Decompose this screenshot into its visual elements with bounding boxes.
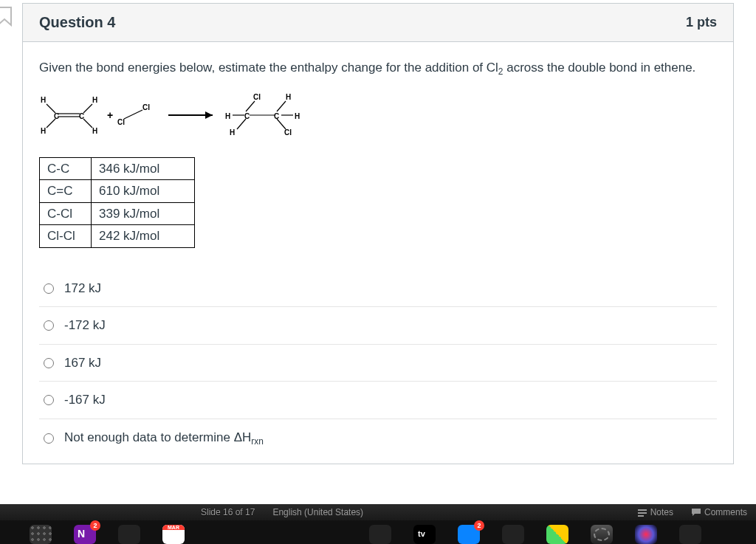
svg-rect-33: [638, 509, 647, 511]
dock-app-icon[interactable]: [118, 525, 140, 544]
svg-line-6: [47, 119, 55, 128]
table-row: Cl-Cl242 kJ/mol: [40, 225, 195, 248]
svg-rect-34: [638, 512, 647, 514]
dock-maps-icon[interactable]: [546, 525, 568, 544]
bond-cell: C-Cl: [40, 202, 92, 225]
svg-text:H: H: [295, 112, 300, 120]
table-row: C-C346 kJ/mol: [40, 157, 195, 180]
notes-button[interactable]: Notes: [637, 507, 673, 517]
presentation-statusbar: Slide 16 of 17 English (United States) N…: [0, 504, 756, 520]
dock-app-icon[interactable]: [679, 525, 701, 544]
badge-icon: 2: [474, 520, 484, 531]
svg-line-29: [277, 101, 286, 111]
dock-app-icon[interactable]: [369, 525, 391, 544]
answer-option[interactable]: -167 kJ: [39, 382, 717, 419]
dock-launchpad-icon[interactable]: [30, 525, 52, 544]
answer-option[interactable]: 172 kJ: [39, 270, 717, 308]
bond-table-body: C-C346 kJ/molC=C610 kJ/molC-Cl339 kJ/mol…: [40, 157, 195, 247]
svg-text:H: H: [92, 127, 97, 135]
badge-icon: 2: [90, 520, 100, 531]
dock-app-icon[interactable]: [502, 525, 524, 544]
answer-option[interactable]: 167 kJ: [39, 345, 717, 382]
svg-text:H: H: [92, 96, 97, 104]
svg-line-31: [277, 119, 286, 129]
question-body: Given the bond energies below, estimate …: [23, 42, 733, 464]
question-card: Question 4 1 pts Given the bond energies…: [22, 3, 734, 464]
dock-appstore-icon[interactable]: 2: [458, 525, 480, 544]
svg-line-23: [246, 101, 255, 111]
reaction-diagram: C C H H H H + Cl Cl: [39, 89, 717, 147]
table-row: C-Cl339 kJ/mol: [40, 202, 195, 225]
answer-option[interactable]: Not enough data to determine ΔHrxn: [39, 419, 717, 458]
comments-button[interactable]: Comments: [691, 507, 747, 517]
svg-text:H: H: [286, 93, 291, 101]
answer-radio[interactable]: [44, 358, 54, 368]
bond-energy-table: C-C346 kJ/molC=C610 kJ/molC-Cl339 kJ/mol…: [39, 157, 195, 248]
dock-onenote-icon[interactable]: 2: [74, 525, 96, 544]
svg-text:H: H: [41, 127, 46, 135]
svg-text:Cl: Cl: [253, 93, 261, 101]
svg-text:H: H: [230, 128, 235, 137]
answer-radio[interactable]: [44, 320, 54, 331]
svg-text:+: +: [107, 109, 113, 121]
svg-text:Cl: Cl: [142, 103, 150, 111]
macos-dock: 2 2: [0, 520, 756, 544]
answer-radio[interactable]: [44, 283, 54, 294]
answer-label: Not enough data to determine ΔHrxn: [64, 428, 264, 449]
energy-cell: 610 kJ/mol: [92, 180, 195, 203]
energy-cell: 242 kJ/mol: [92, 225, 195, 248]
dock-tv-icon[interactable]: [413, 525, 436, 544]
slide-counter: Slide 16 of 17: [201, 507, 255, 517]
answer-radio[interactable]: [44, 433, 54, 444]
svg-text:Cl: Cl: [117, 118, 125, 126]
svg-text:H: H: [41, 96, 46, 104]
bond-cell: Cl-Cl: [40, 225, 92, 248]
answer-list: 172 kJ-172 kJ167 kJ-167 kJNot enough dat…: [39, 270, 717, 458]
answer-label: -167 kJ: [64, 390, 106, 410]
svg-text:Cl: Cl: [284, 128, 292, 137]
bond-cell: C=C: [40, 180, 92, 203]
language-indicator[interactable]: English (United States): [272, 507, 363, 517]
bookmark-icon[interactable]: [0, 6, 14, 27]
question-prompt: Given the bond energies below, estimate …: [39, 58, 717, 79]
svg-line-13: [124, 110, 142, 119]
answer-label: 167 kJ: [64, 354, 101, 373]
dock-calendar-icon[interactable]: [162, 525, 185, 544]
dock-settings-icon[interactable]: [591, 525, 613, 544]
svg-line-4: [47, 104, 55, 113]
notes-label: Notes: [650, 507, 673, 517]
bond-cell: C-C: [40, 157, 92, 180]
comments-label: Comments: [704, 507, 747, 517]
question-title: Question 4: [39, 14, 115, 31]
answer-option[interactable]: -172 kJ: [39, 307, 717, 345]
table-row: C=C610 kJ/mol: [40, 180, 195, 203]
question-points: 1 pts: [686, 15, 717, 30]
svg-rect-35: [638, 515, 644, 517]
dock-siri-icon[interactable]: [635, 525, 657, 544]
energy-cell: 346 kJ/mol: [92, 157, 195, 180]
answer-label: 172 kJ: [64, 279, 101, 298]
svg-line-10: [83, 119, 92, 128]
question-header: Question 4 1 pts: [23, 4, 733, 42]
svg-line-8: [83, 104, 92, 113]
svg-marker-17: [205, 111, 213, 119]
answer-radio[interactable]: [44, 395, 54, 405]
svg-line-25: [237, 119, 246, 129]
energy-cell: 339 kJ/mol: [92, 202, 195, 225]
answer-label: -172 kJ: [64, 316, 106, 335]
svg-text:H: H: [225, 112, 230, 120]
